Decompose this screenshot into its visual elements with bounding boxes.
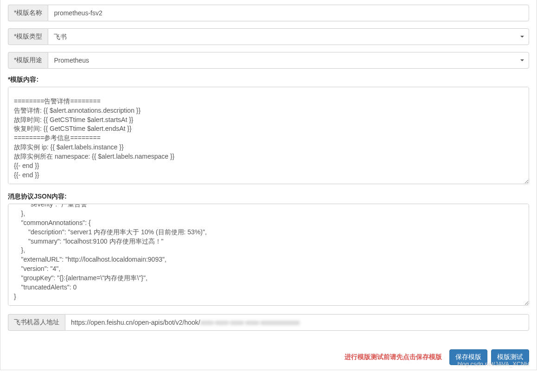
test-template-button[interactable]: 模版测试	[491, 349, 529, 365]
bot-address-row: 飞书机器人地址 https://open.feishu.cn/open-apis…	[8, 314, 529, 331]
template-type-label: *模版类型	[8, 28, 48, 45]
bot-address-token: xxxx-xxxx-xxxx-xxxx-xxxxxxxxxxxx	[200, 319, 300, 326]
bot-address-label: 飞书机器人地址	[8, 314, 65, 331]
template-usage-select[interactable]: Prometheus	[48, 52, 529, 69]
json-content-textarea[interactable]	[8, 204, 529, 306]
template-content-section: *模版内容:	[8, 76, 529, 186]
bot-address-input[interactable]: https://open.feishu.cn/open-apis/bot/v2/…	[65, 314, 529, 331]
save-hint-text: 进行模版测试前请先点击保存模版	[345, 353, 442, 361]
save-template-button[interactable]: 保存模版	[449, 349, 487, 365]
template-type-select[interactable]: 飞书	[48, 28, 529, 45]
template-type-row: *模版类型 飞书	[8, 28, 529, 45]
bot-address-prefix: https://open.feishu.cn/open-apis/bot/v2/…	[71, 319, 200, 326]
template-name-input[interactable]	[48, 5, 529, 21]
template-content-label: *模版内容:	[8, 76, 529, 84]
template-usage-row: *模版用途 Prometheus	[8, 52, 529, 69]
json-content-label: 消息协议JSON内容:	[8, 193, 529, 201]
template-form: *模版名称 *模版类型 飞书 *模版用途 Prometheus *模版内容: 消…	[0, 0, 537, 370]
footer-actions: 进行模版测试前请先点击保存模版 保存模版 模版测试	[8, 349, 529, 365]
template-name-row: *模版名称	[8, 5, 529, 21]
template-content-textarea[interactable]	[8, 87, 529, 184]
json-content-section: 消息协议JSON内容:	[8, 193, 529, 307]
template-usage-label: *模版用途	[8, 52, 48, 69]
template-name-label: *模版名称	[8, 5, 48, 21]
